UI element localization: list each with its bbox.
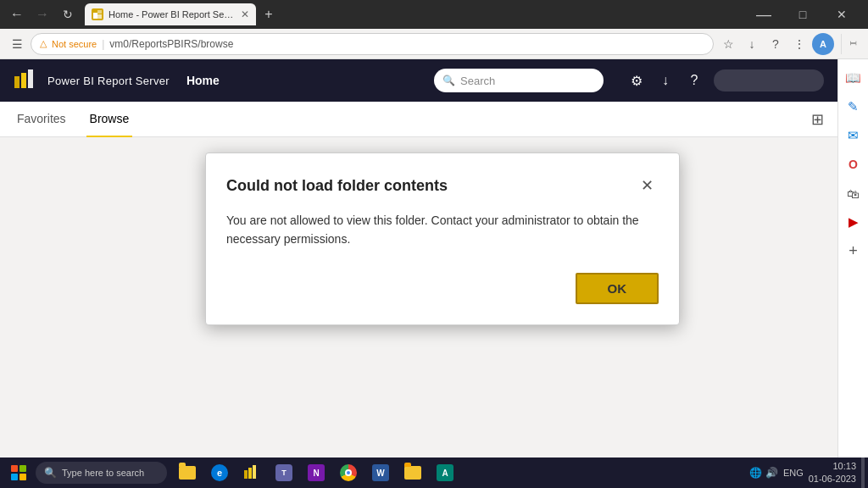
help-button[interactable]: ? [765, 33, 787, 55]
refresh-button[interactable]: ↻ [58, 4, 78, 25]
side-panel-toggle[interactable]: ⎶ [841, 34, 861, 54]
taskbar-icon-edge[interactable]: e [204, 458, 235, 488]
taskbar-icon-folder[interactable] [398, 458, 428, 488]
tray-icons: 🌐 🔊 [749, 467, 778, 479]
user-profile-bar[interactable] [714, 69, 824, 92]
side-icon-shopping[interactable]: 🛍 [842, 181, 865, 205]
dialog-overlay: Could not load folder contents ✕ You are… [0, 137, 837, 458]
extra-app-icon: A [437, 464, 453, 481]
close-button[interactable]: ✕ [822, 0, 861, 29]
dialog-message: You are not allowed to view this folder.… [226, 214, 639, 246]
profile-button[interactable]: A [812, 33, 834, 55]
dialog-close-button[interactable]: ✕ [635, 174, 659, 197]
address-text: vm0/ReportsPBIRS/browse [109, 38, 704, 50]
chrome-icon [340, 464, 357, 481]
start-button[interactable] [3, 458, 34, 488]
side-icon-reading[interactable]: 📖 [842, 66, 865, 90]
download-icon[interactable]: ↓ [653, 68, 678, 93]
language-indicator[interactable]: ENG [783, 468, 804, 478]
powerbi-icon [244, 465, 259, 480]
taskbar-icon-chrome[interactable] [333, 458, 364, 488]
tab-browse[interactable]: Browse [86, 102, 133, 137]
taskbar-system-tray: 🌐 🔊 ENG 10:13 01-06-2023 [749, 460, 856, 486]
app-logo [14, 69, 37, 92]
error-dialog: Could not load folder contents ✕ You are… [205, 152, 680, 325]
browser-tab[interactable]: Home - Power BI Report Server ✕ [85, 3, 256, 25]
search-icon: 🔍 [442, 75, 455, 86]
settings-menu-button[interactable]: ☰ [7, 34, 27, 54]
taskbar-icon-word[interactable]: W [365, 458, 396, 488]
clock[interactable]: 10:13 01-06-2023 [809, 460, 856, 486]
side-icon-youtube[interactable]: ▶ [842, 210, 865, 234]
security-icon: △ [40, 38, 47, 49]
window-controls: — □ ✕ [744, 0, 861, 29]
tab-favorites[interactable]: Favorites [14, 102, 70, 137]
address-field[interactable]: △ Not secure | vm0/ReportsPBIRS/browse [31, 33, 714, 55]
side-icon-outlook[interactable]: ✉ [842, 124, 865, 147]
back-button[interactable]: ← [7, 4, 27, 25]
volume-icon[interactable]: 🔊 [765, 467, 778, 479]
folder-icon [404, 466, 421, 480]
svg-rect-3 [14, 76, 19, 88]
show-desktop-button[interactable] [861, 458, 865, 488]
taskbar-search-box[interactable]: 🔍 Type here to search [36, 462, 167, 484]
word-icon: W [372, 464, 389, 481]
tab-favicon [92, 8, 103, 20]
new-tab-button[interactable]: + [259, 5, 278, 24]
dialog-footer: OK [226, 273, 659, 304]
browser-chrome: ← → ↻ Home - Power BI Report Server ✕ + … [0, 0, 868, 29]
side-icons-panel: 📖 ✎ ✉ O 🛍 ▶ + [837, 59, 868, 458]
network-icon[interactable]: 🌐 [749, 467, 762, 479]
ok-button[interactable]: OK [576, 273, 659, 304]
teams-icon: T [275, 464, 292, 481]
taskbar: 🔍 Type here to search e T N [0, 458, 868, 488]
taskbar-search-icon: 🔍 [44, 467, 57, 479]
forward-button[interactable]: → [32, 4, 53, 25]
settings-button[interactable]: ⋮ [788, 33, 810, 55]
dialog-body: You are not allowed to view this folder.… [226, 211, 659, 249]
favorites-button[interactable]: ☆ [717, 33, 739, 55]
time-display: 10:13 [809, 460, 856, 473]
page-content: Could not load folder contents ✕ You are… [0, 137, 837, 458]
onenote-icon: N [308, 464, 325, 481]
taskbar-icon-onenote[interactable]: N [301, 458, 331, 488]
svg-rect-5 [28, 69, 33, 88]
tab-navigation: Favorites Browse ⊞ [0, 102, 837, 137]
svg-rect-1 [97, 14, 102, 19]
minimize-button[interactable]: — [744, 0, 783, 29]
svg-rect-8 [253, 465, 256, 479]
help-icon[interactable]: ? [682, 68, 707, 93]
header-search-box[interactable]: 🔍 Search [434, 69, 604, 92]
settings-icon[interactable]: ⚙ [624, 68, 649, 93]
grid-view-button[interactable]: ⊞ [811, 110, 824, 129]
browser-controls: ← → ↻ [7, 4, 78, 25]
taskbar-icon-powerbi[interactable] [236, 458, 267, 488]
taskbar-search-text: Type here to search [62, 468, 144, 478]
address-bar-row: ☰ △ Not secure | vm0/ReportsPBIRS/browse… [0, 29, 868, 59]
search-placeholder: Search [460, 75, 495, 87]
tab-title: Home - Power BI Report Server [108, 9, 236, 19]
edge-icon: e [211, 464, 228, 481]
taskbar-icon-file-explorer[interactable] [172, 458, 203, 488]
collections-button[interactable]: ↓ [741, 33, 763, 55]
maximize-button[interactable]: □ [783, 0, 822, 29]
taskbar-icons-group: e T N W A [172, 458, 460, 488]
svg-rect-2 [97, 10, 102, 14]
side-icon-office[interactable]: O [842, 152, 865, 176]
windows-logo-icon [11, 465, 26, 480]
svg-rect-4 [21, 73, 26, 88]
side-icon-add[interactable]: + [842, 239, 865, 263]
app-nav-home[interactable]: Home [186, 74, 220, 87]
taskbar-icon-extra[interactable]: A [430, 458, 460, 488]
dialog-title: Could not load folder contents [226, 177, 448, 195]
tab-close-button[interactable]: ✕ [241, 8, 249, 20]
main-app: Power BI Report Server Home 🔍 Search ⚙ ↓… [0, 59, 837, 458]
app-header: Power BI Report Server Home 🔍 Search ⚙ ↓… [0, 59, 837, 102]
dialog-header: Could not load folder contents ✕ [226, 174, 659, 197]
security-label: Not secure [52, 39, 97, 49]
taskbar-icon-teams[interactable]: T [269, 458, 299, 488]
file-explorer-icon [179, 466, 196, 480]
app-title: Power BI Report Server [47, 75, 170, 87]
side-icon-collections[interactable]: ✎ [842, 95, 865, 119]
svg-rect-7 [248, 468, 252, 479]
